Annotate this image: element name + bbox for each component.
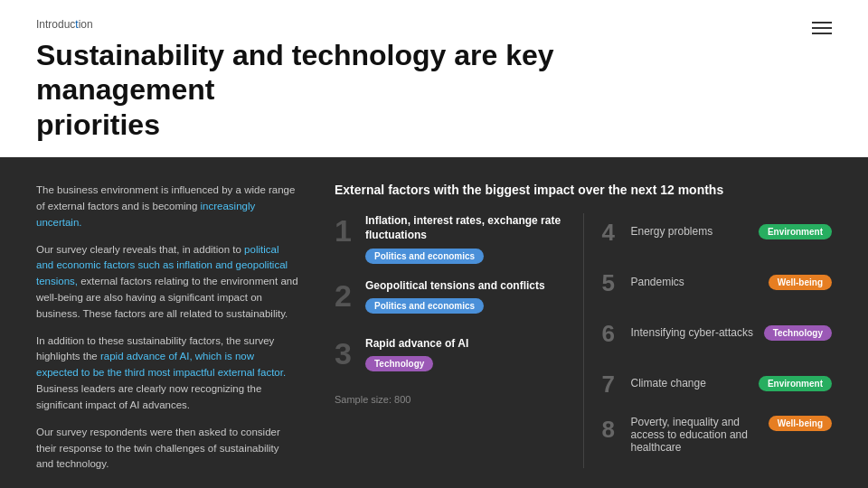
- factor-tag-5: Well-being: [769, 275, 832, 290]
- highlight-uncertain: increasingly uncertain.: [36, 201, 255, 228]
- factor-number-1: 1: [335, 215, 356, 246]
- factor-tag-1: Politics and economics: [365, 249, 484, 264]
- factor-tag-7: Environment: [759, 376, 832, 391]
- factor-text-1: Inflation, interest rates, exchange rate…: [365, 213, 565, 263]
- paragraph-4: Our survey respondents were then asked t…: [36, 425, 298, 473]
- factor-item-2: 2 Geopolitical tensions and conflicts Po…: [335, 278, 565, 322]
- factor-item-4: 4 Energy problems Environment: [602, 213, 833, 249]
- factors-col-left: 1 Inflation, interest rates, exchange ra…: [335, 213, 565, 468]
- factor-number-2: 2: [335, 280, 356, 311]
- factor-name-1: Inflation, interest rates, exchange rate…: [365, 213, 565, 242]
- page-title: Sustainability and technology are key ma…: [36, 38, 669, 142]
- factor-tag-2: Politics and economics: [365, 298, 484, 314]
- factor-tag-4: Environment: [759, 224, 832, 239]
- factor-name-4: Energy problems: [631, 225, 751, 238]
- content-area: The business environment is influenced b…: [0, 157, 868, 488]
- factor-number-4: 4: [602, 221, 624, 244]
- menu-line-1: [812, 22, 832, 23]
- factor-number-8: 8: [602, 418, 624, 441]
- factor-tag-8: Well-being: [769, 416, 832, 431]
- factor-number-6: 6: [602, 322, 624, 345]
- left-column: The business environment is influenced b…: [36, 183, 298, 488]
- paragraph-1: The business environment is influenced b…: [36, 183, 298, 230]
- highlight-ai: rapid advance of AI, which is now expect…: [36, 351, 286, 378]
- factor-number-7: 7: [602, 372, 624, 396]
- factor-item-5: 5 Pandemics Well-being: [602, 264, 833, 300]
- factor-text-2: Geopolitical tensions and conflicts Poli…: [365, 278, 565, 314]
- menu-line-3: [812, 33, 832, 34]
- factor-name-3: Rapid advance of AI: [365, 336, 565, 351]
- factor-item-3: 3 Rapid advance of AI Technology: [335, 336, 565, 380]
- column-divider: [583, 213, 584, 468]
- paragraph-2: Our survey clearly reveals that, in addi…: [36, 242, 298, 323]
- factor-name-6: Intensifying cyber-attacks: [631, 326, 757, 339]
- factor-number-3: 3: [335, 338, 356, 369]
- intro-label: Introduction: [36, 18, 832, 31]
- factor-item-7: 7 Climate change Environment: [602, 365, 833, 401]
- factors-col-right: 4 Energy problems Environment 5 Pandemic…: [602, 213, 833, 468]
- factors-grid: 1 Inflation, interest rates, exchange ra…: [335, 213, 832, 468]
- factor-item-8: 8 Poverty, inequality and access to educ…: [602, 416, 833, 454]
- menu-line-2: [812, 27, 832, 29]
- factor-number-5: 5: [602, 271, 624, 295]
- right-column: External factors with the biggest impact…: [335, 183, 832, 488]
- paragraph-3: In addition to these sustainability fact…: [36, 333, 298, 414]
- factor-item-1: 1 Inflation, interest rates, exchange ra…: [335, 213, 565, 263]
- header: Introduction Sustainability and technolo…: [0, 0, 868, 157]
- factor-name-2: Geopolitical tensions and conflicts: [365, 278, 565, 293]
- factor-item-6: 6 Intensifying cyber-attacks Technology: [602, 314, 833, 351]
- highlight-political: political and economic factors such as i…: [36, 244, 288, 287]
- factor-name-7: Climate change: [631, 377, 751, 389]
- sample-size: Sample size: 800: [335, 394, 565, 405]
- section-title: External factors with the biggest impact…: [335, 183, 832, 197]
- factor-name-8: Poverty, inequality and access to educat…: [631, 416, 761, 454]
- factor-text-3: Rapid advance of AI Technology: [365, 336, 565, 371]
- menu-button[interactable]: [812, 22, 832, 34]
- intro-highlight: t: [75, 18, 78, 31]
- factor-tag-6: Technology: [764, 325, 832, 341]
- factor-name-5: Pandemics: [631, 276, 761, 288]
- factor-tag-3: Technology: [365, 356, 433, 371]
